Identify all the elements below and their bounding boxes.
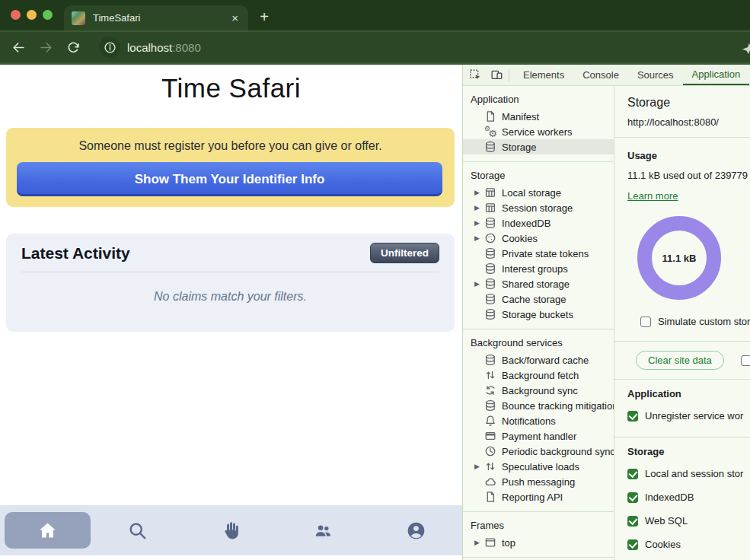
devtools-tab-elements[interactable]: Elements (514, 65, 573, 85)
devtools-tab-application[interactable]: Application (683, 65, 750, 85)
expand-arrow-icon[interactable]: ▶ (474, 234, 480, 242)
application-sidebar: ApplicationManifest⚙⚙Service workersStor… (463, 86, 614, 560)
panel-section-heading: Storage (627, 446, 750, 457)
tree-item-label: Speculative loads (502, 461, 579, 473)
indexeddb-checkbox[interactable] (627, 492, 638, 503)
tree-item-private-state-tokens[interactable]: Private state tokens (463, 246, 614, 261)
nav-profile-button[interactable] (369, 505, 462, 555)
checkbox-label: Local and session stor (645, 468, 743, 479)
database-icon (484, 293, 496, 305)
cloud-icon (484, 476, 496, 488)
tree-item-background-fetch[interactable]: Background fetch (463, 368, 614, 383)
tree-item-periodic-background-sync[interactable]: Periodic background sync (463, 444, 614, 459)
devtools-tabs: ElementsConsoleSourcesApplication (514, 65, 749, 85)
address-bar[interactable]: localhost:8080 (127, 41, 201, 54)
devtools-tab-console[interactable]: Console (573, 65, 628, 85)
database-icon (484, 247, 496, 259)
clock-icon (484, 445, 496, 457)
tree-item-session-storage[interactable]: ▶Session storage (463, 200, 614, 215)
registration-alert: Someone must register you before you can… (6, 128, 455, 207)
checkbox-row-web-sql: Web SQL (627, 515, 750, 527)
tab-close-button[interactable]: × (229, 12, 241, 24)
inspect-element-icon[interactable] (466, 68, 484, 83)
web-sql-checkbox[interactable] (627, 516, 638, 527)
device-toolbar-icon[interactable] (487, 68, 506, 83)
expand-arrow-icon[interactable]: ▶ (474, 204, 480, 212)
tree-item-storage-buckets[interactable]: Storage buckets (463, 307, 614, 322)
sync-icon (484, 384, 496, 396)
checkbox-row-unregister-service-wor: Unregister service wor (627, 410, 750, 422)
tree-item-speculative-loads[interactable]: ▶Speculative loads (463, 459, 614, 474)
tree-item-interest-groups[interactable]: Interest groups (463, 261, 614, 276)
tree-item-storage[interactable]: Storage (463, 139, 614, 154)
sidebar-section-application: ApplicationManifest⚙⚙Service workersStor… (463, 86, 614, 162)
show-identifier-button[interactable]: Show Them Your Identifier Info (17, 162, 442, 196)
tree-item-label: top (502, 537, 515, 549)
database-icon (484, 217, 496, 229)
panel-title: Storage (627, 96, 750, 110)
window-controls (11, 10, 53, 20)
tree-item-cookies[interactable]: ▶Cookies (463, 231, 614, 246)
site-info-icon[interactable] (99, 37, 120, 58)
minimize-window-button[interactable] (27, 10, 37, 20)
forward-button[interactable] (37, 38, 55, 56)
nav-people-button[interactable] (276, 505, 369, 555)
tree-item-top[interactable]: ▶top (463, 535, 614, 550)
simulate-storage-checkbox[interactable] (640, 317, 651, 327)
tree-item-local-storage[interactable]: ▶Local storage (463, 185, 614, 200)
tree-item-background-sync[interactable]: Background sync (463, 383, 614, 398)
checkbox-label: Web SQL (645, 515, 688, 527)
tree-item-label: Background fetch (502, 370, 579, 381)
nav-home-button[interactable] (5, 512, 91, 549)
tree-item-shared-storage[interactable]: ▶Shared storage (463, 276, 614, 291)
cookies-checkbox[interactable] (627, 539, 638, 550)
payment-card-icon (484, 430, 496, 442)
tree-item-service-workers[interactable]: ⚙⚙Service workers (463, 124, 614, 139)
unregister-service-wor-checkbox[interactable] (627, 411, 638, 422)
panel-section-application: ApplicationUnregister service wor (614, 380, 750, 438)
tree-item-push-messaging[interactable]: Push messaging (463, 474, 614, 489)
latest-activity-card: Latest Activity Unfiltered No claims mat… (6, 234, 455, 332)
expand-arrow-icon[interactable]: ▶ (474, 463, 480, 470)
checkbox-row-local-and-session-stor: Local and session stor (627, 468, 750, 479)
updown-arrows-icon (484, 460, 496, 473)
checkbox-row-cookies: Cookies (627, 539, 750, 550)
checkbox-label: Cookies (645, 539, 681, 550)
tree-item-bounce-tracking-mitigation[interactable]: Bounce tracking mitigation (463, 398, 614, 413)
cookie-icon (484, 232, 496, 244)
clear-site-data-row: Clear site data in (614, 342, 750, 380)
checkbox-label: Unregister service wor (645, 410, 743, 422)
including-checkbox[interactable] (741, 355, 750, 366)
local-and-session-stor-checkbox[interactable] (627, 469, 638, 479)
back-button[interactable] (9, 38, 27, 56)
zoom-window-button[interactable] (43, 10, 53, 20)
tree-item-cache-storage[interactable]: Cache storage (463, 291, 614, 307)
browser-toolbar: localhost:8080 (0, 30, 750, 65)
expand-arrow-icon[interactable]: ▶ (474, 219, 480, 227)
tree-item-reporting-api[interactable]: Reporting API (463, 489, 614, 504)
learn-more-link[interactable]: Learn more (627, 190, 678, 202)
close-window-button[interactable] (11, 10, 21, 20)
tree-item-back-forward-cache[interactable]: Back/forward cache (463, 352, 614, 368)
section-header: Frames (463, 517, 614, 535)
tree-item-manifest[interactable]: Manifest (463, 109, 614, 124)
tree-item-notifications[interactable]: Notifications (463, 413, 614, 428)
reload-button[interactable] (64, 38, 82, 56)
unfiltered-button[interactable]: Unfiltered (370, 243, 439, 263)
tree-item-label: Push messaging (502, 476, 575, 488)
browser-tab[interactable]: TimeSafari × (64, 5, 248, 30)
expand-arrow-icon[interactable]: ▶ (474, 280, 480, 288)
tree-item-label: Interest groups (502, 263, 568, 275)
nav-hand-button[interactable] (184, 505, 276, 555)
nav-search-button[interactable] (91, 505, 184, 555)
tree-item-label: Bounce tracking mitigation (502, 400, 614, 412)
devtools-tab-sources[interactable]: Sources (628, 65, 683, 85)
alert-message: Someone must register you before you can… (6, 139, 455, 153)
expand-arrow-icon[interactable]: ▶ (474, 189, 480, 196)
new-tab-button[interactable]: + (254, 7, 274, 27)
clear-site-data-button[interactable]: Clear site data (636, 351, 724, 370)
tree-item-payment-handler[interactable]: Payment handler (463, 428, 614, 444)
expand-arrow-icon[interactable]: ▶ (474, 539, 480, 546)
extension-icon[interactable] (742, 43, 750, 54)
tree-item-indexeddb[interactable]: ▶IndexedDB (463, 215, 614, 231)
